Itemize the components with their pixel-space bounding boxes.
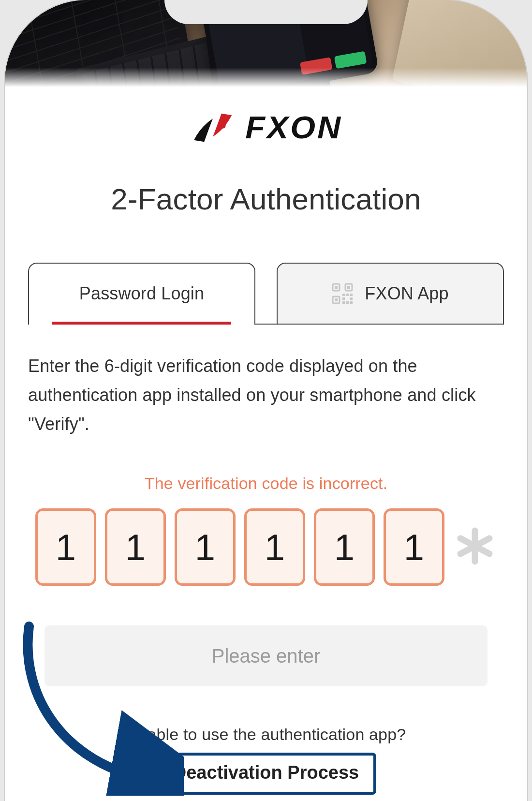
code-digit-4[interactable]: 1 [244,508,305,586]
svg-rect-5 [347,286,350,289]
code-digit-1[interactable]: 1 [35,508,96,586]
svg-rect-10 [342,297,345,300]
instruction-text: Enter the 6-digit verification code disp… [28,352,504,438]
svg-rect-9 [350,294,353,296]
code-digit-2[interactable]: 1 [105,508,166,586]
device-notch [164,0,368,24]
phone-frame: FXON 2-Factor Authentication Password Lo… [5,0,527,801]
svg-rect-13 [346,301,349,304]
tab-fxon-app[interactable]: FXON App [277,263,504,324]
tab-password-login[interactable]: Password Login [28,263,255,324]
svg-rect-8 [346,294,349,296]
code-digit-5[interactable]: 1 [314,508,375,586]
svg-rect-12 [342,301,345,304]
code-digit-3[interactable]: 1 [175,508,236,586]
svg-rect-7 [342,294,345,296]
brand-name: FXON [246,110,343,146]
svg-rect-4 [335,286,338,289]
tab-label: Password Login [79,283,204,304]
svg-rect-14 [350,301,353,304]
verification-code-input: 1 1 1 1 1 1 [5,508,527,586]
qr-icon [332,283,353,304]
asterisk-icon [453,527,497,567]
brand-logo: FXON [5,108,527,149]
tab-label: FXON App [365,283,448,304]
svg-rect-11 [350,297,353,300]
auth-app-question: Unable to use the authentication app? [5,725,527,744]
verify-button[interactable]: Please enter [44,625,488,686]
error-message: The verification code is incorrect. [5,474,527,493]
hero-banner [5,0,527,87]
brand-mark-icon [191,108,235,147]
login-method-tabs: Password Login [28,263,504,325]
svg-rect-6 [335,298,338,301]
code-digit-6[interactable]: 1 [384,508,444,586]
deactivation-process-button[interactable]: Deactivation Process [156,753,376,795]
svg-point-0 [220,122,226,128]
page-title: 2-Factor Authentication [5,182,527,216]
